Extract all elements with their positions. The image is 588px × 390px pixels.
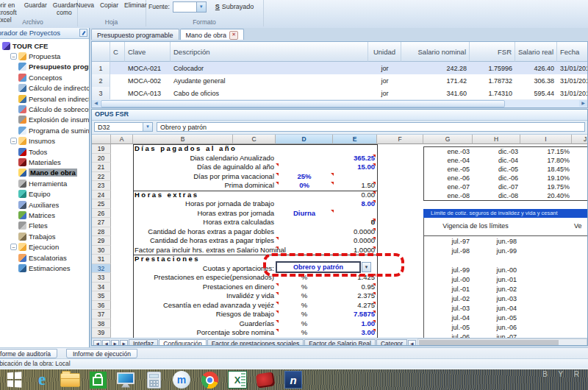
- sidebar-item-explosi-n-de-insumos[interactable]: Explosión de insumos: [0, 115, 89, 125]
- sheet-scroll-left-icon[interactable]: ◀: [408, 340, 416, 347]
- cell-d-value[interactable]: %: [276, 283, 333, 292]
- chevron-down-icon[interactable]: ▼: [143, 123, 152, 131]
- row-number[interactable]: 20: [92, 154, 111, 163]
- cell-e-value[interactable]: 0.0000: [333, 227, 375, 237]
- formula-field[interactable]: Obrero y patrón: [157, 122, 585, 132]
- sidebar-item-trabajos[interactable]: Trabajos: [0, 231, 89, 241]
- row-number[interactable]: 37: [92, 310, 111, 319]
- sidebar-item-fletes[interactable]: Fletes: [0, 221, 89, 231]
- row-number[interactable]: 38: [92, 319, 111, 329]
- grid-column-G[interactable]: G: [423, 135, 473, 144]
- sidebar-item-propuesta[interactable]: –Propuesta: [0, 51, 89, 61]
- cell-d-value[interactable]: %: [276, 301, 333, 311]
- cell-d-value[interactable]: 25%: [276, 172, 333, 182]
- grid-column-D[interactable]: D: [276, 135, 333, 144]
- row-number[interactable]: 27: [92, 218, 111, 227]
- sidebar-item-ejecucion[interactable]: –Ejecucion: [0, 241, 89, 252]
- tab-informe-ejecucion[interactable]: Informe de ejecución: [66, 349, 137, 358]
- cell-e-value[interactable]: 1.00: [333, 319, 375, 329]
- doc-tab-presupuesto-programable[interactable]: Presupuesto programable: [91, 29, 179, 40]
- taskbar-icon-desktop-preview[interactable]: [115, 370, 137, 389]
- sidebar-item-todos[interactable]: Todos: [0, 146, 89, 157]
- delete-sheet-button[interactable]: Eliminar: [123, 1, 148, 10]
- row-number[interactable]: 31: [92, 255, 111, 264]
- grid-column-H[interactable]: H: [473, 135, 520, 144]
- sidebar-item-equipo[interactable]: Equipo: [0, 188, 89, 199]
- grid-corner[interactable]: [92, 135, 111, 144]
- row-number[interactable]: 24: [92, 191, 111, 200]
- cell-e-value[interactable]: 0.0000: [333, 236, 375, 246]
- sheet-scrollbar[interactable]: [417, 338, 587, 346]
- cell-d-value[interactable]: %: [276, 319, 333, 329]
- taskbar-icon-excel[interactable]: X: [226, 370, 248, 389]
- sidebar-item-mano-de-obra[interactable]: Mano de obra: [0, 168, 89, 178]
- sidebar-item-insumos[interactable]: –Insumos: [0, 136, 89, 146]
- taskbar-icon-calculator[interactable]: [143, 370, 165, 389]
- column-header-C[interactable]: C: [110, 42, 125, 62]
- taskbar-icon-file-explorer[interactable]: [59, 370, 81, 389]
- cell-e-value[interactable]: 365.25: [333, 154, 375, 163]
- row-number[interactable]: 33: [92, 273, 111, 283]
- row-number[interactable]: 35: [92, 291, 111, 301]
- sheet-nav-first-icon[interactable]: ◀: [93, 340, 101, 347]
- expand-collapse-icon[interactable]: –: [10, 244, 17, 250]
- taskbar-icon-internet-explorer[interactable]: e: [31, 370, 53, 389]
- cell-e-value[interactable]: 2.375: [333, 291, 375, 301]
- underline-button[interactable]: SSubrayado: [215, 1, 254, 10]
- taskbar-icon-windows-store[interactable]: [87, 370, 109, 389]
- sheet-nav-last-icon[interactable]: ▶: [120, 340, 128, 347]
- table-row[interactable]: 1MOCA-021Colocadorjor242.281.75996426.40…: [92, 62, 588, 75]
- sidebar-item-tour-cfe[interactable]: TOUR CFE: [0, 40, 89, 51]
- grid-column-I[interactable]: I: [520, 135, 572, 144]
- column-header-Descripción[interactable]: Descripción: [171, 42, 368, 62]
- cell-d-value[interactable]: %: [276, 291, 333, 301]
- sheet-tab-factor-de-salario-real[interactable]: Factor de Salario Real: [304, 339, 376, 347]
- sidebar-item-conceptos[interactable]: Conceptos: [0, 72, 89, 82]
- row-number[interactable]: 25: [92, 199, 111, 209]
- taskbar-icon-opus[interactable]: n: [282, 370, 304, 389]
- cell-d-value[interactable]: Diurna: [276, 209, 333, 219]
- cell-e-value[interactable]: 15.00: [333, 163, 375, 172]
- grid-column-A[interactable]: A: [111, 135, 133, 144]
- sidebar-item-presupuesto-progr[interactable]: Presupuesto progr...: [0, 62, 89, 72]
- row-number[interactable]: 22: [92, 172, 111, 182]
- row-number[interactable]: 34: [92, 283, 111, 292]
- sheet-nav-prev-icon[interactable]: ◀: [102, 340, 110, 347]
- row-number[interactable]: 30: [92, 246, 111, 255]
- sheet-tab-interfaz[interactable]: Interfaz: [129, 339, 158, 347]
- sidebar-item-personal-en-indirectos[interactable]: Personal en indirectos: [0, 93, 89, 104]
- row-number[interactable]: 26: [92, 209, 111, 219]
- sheet-nav-next-icon[interactable]: ▶: [111, 340, 119, 347]
- sidebar-item-c-lculo-de-sobrecostos[interactable]: Cálculo de sobrecostos: [0, 104, 89, 114]
- row-number[interactable]: 29: [92, 236, 111, 246]
- column-header-FSR[interactable]: FSR: [470, 42, 515, 62]
- cell-e-value[interactable]: 3.00: [333, 328, 375, 338]
- column-header-Salario nominal[interactable]: Salario nominal: [401, 42, 470, 62]
- sheet-tab-categor[interactable]: Categor: [376, 339, 407, 347]
- taskbar-icon-maxthon[interactable]: m: [171, 370, 193, 389]
- taskbar-icon-chrome[interactable]: [198, 370, 220, 389]
- tab-informe-auditoria[interactable]: Informe de auditoría: [0, 349, 57, 358]
- column-header-Fecha[interactable]: Fecha: [557, 42, 588, 62]
- copy-sheet-button[interactable]: Copiar: [98, 1, 120, 10]
- sidebar-item-herramienta[interactable]: Herramienta: [0, 178, 89, 188]
- sidebar-item-c-lculo-de-indirectos[interactable]: Cálculo de indirectos: [0, 83, 89, 93]
- cell-reference-box[interactable]: D32▼: [94, 122, 153, 132]
- row-number[interactable]: 21: [92, 163, 111, 172]
- expand-collapse-icon[interactable]: –: [10, 53, 17, 60]
- pin-icon[interactable]: [79, 29, 87, 37]
- table-row[interactable]: 2MOCA-002Ayudante generaljor171.421.7873…: [92, 74, 588, 88]
- grid-column-C[interactable]: C: [233, 135, 276, 144]
- cell-e-value[interactable]: 0.95: [333, 283, 375, 292]
- scrollbar-thumb[interactable]: [101, 100, 505, 107]
- cell-e-value[interactable]: 7.5875: [333, 310, 375, 319]
- sidebar-item-auxiliares[interactable]: Auxiliares: [0, 199, 89, 210]
- row-number[interactable]: 32: [92, 264, 111, 274]
- sidebar-item-matrices[interactable]: Matrices: [0, 210, 89, 220]
- column-header-corner[interactable]: [92, 42, 110, 62]
- sidebar-item-escalatorias[interactable]: Escalatorias: [0, 252, 89, 263]
- row-number[interactable]: 28: [92, 227, 111, 237]
- cell-e-value[interactable]: 0: [333, 218, 375, 227]
- row-number[interactable]: 23: [92, 181, 111, 191]
- cell-e-value[interactable]: 8.00: [333, 199, 375, 209]
